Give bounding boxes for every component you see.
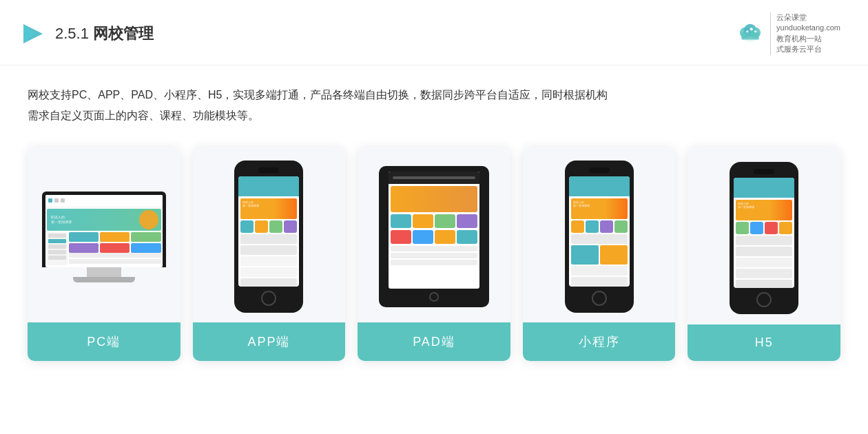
mini-icon-c bbox=[600, 220, 613, 233]
pc-stand bbox=[87, 267, 121, 277]
h5-icons bbox=[736, 222, 792, 234]
miniprogram-phone-screen: 职涯人的第一堂闯课课 bbox=[569, 176, 630, 287]
pc-screen-header-bar bbox=[45, 195, 163, 207]
card-app: 职涯人的第一堂闯课课 bbox=[193, 147, 346, 361]
brand-logo: 云朵课堂 yunduoketang.com 教育机构一站 式服务云平台 bbox=[736, 12, 840, 55]
app-phone-screen: 职涯人的第一堂闯课课 bbox=[238, 176, 299, 287]
pc-course-1 bbox=[69, 232, 99, 242]
mini-icons-row bbox=[240, 220, 297, 233]
card-h5: 职涯人的第一堂闯课课 bbox=[688, 147, 840, 361]
card-pc-image: 职涯人的第一堂闯课课 bbox=[28, 147, 180, 322]
brand-url: yunduoketang.com bbox=[776, 23, 840, 33]
h5-phone-notch bbox=[754, 169, 774, 174]
cards-row: 职涯人的第一堂闯课课 bbox=[28, 147, 840, 361]
card-miniprogram-label: 小程序 bbox=[523, 322, 676, 361]
pc-course-2 bbox=[100, 232, 130, 242]
header-left: 2.5.1 网校管理 bbox=[21, 21, 154, 46]
mini-icon-1 bbox=[240, 220, 254, 233]
h5-card-3 bbox=[736, 258, 792, 267]
card-pc: 职涯人的第一堂闯课课 bbox=[28, 147, 180, 361]
pad-row-2 bbox=[391, 253, 477, 258]
content-area: 网校支持PC、APP、PAD、小程序、H5，实现多端打通，产品各终端自由切换，数… bbox=[0, 65, 868, 375]
card-h5-image: 职涯人的第一堂闯课课 bbox=[688, 147, 840, 324]
mini-icon-2 bbox=[255, 220, 268, 233]
h5-card-1 bbox=[736, 236, 792, 245]
mini-card-1 bbox=[240, 234, 297, 244]
card-pc-label: PC端 bbox=[28, 322, 180, 361]
pad-item-8 bbox=[457, 230, 477, 244]
brand-name: 云朵课堂 bbox=[776, 12, 840, 23]
pc-nav-dot2 bbox=[54, 198, 59, 203]
mini-icon-a bbox=[571, 220, 584, 233]
h5-icon-4 bbox=[779, 222, 792, 234]
mini-card-5 bbox=[240, 278, 297, 287]
pad-item-3 bbox=[435, 214, 455, 228]
phone-notch bbox=[258, 167, 279, 173]
h5-icon-3 bbox=[765, 222, 778, 234]
h5-banner: 职涯人的第一堂闯课课 bbox=[736, 200, 792, 220]
pad-item-6 bbox=[413, 230, 433, 244]
miniprogram-banner: 职涯人的第一堂闯课课 bbox=[571, 198, 628, 219]
pc-content-row bbox=[47, 232, 161, 265]
pad-item-7 bbox=[435, 230, 455, 244]
page-container: 2.5.1 网校管理 云朵课堂 yunduoketang.com bbox=[0, 0, 868, 434]
card-miniprogram-image: 职涯人的第一堂闯课课 bbox=[523, 147, 676, 322]
miniprogram-home-btn bbox=[592, 291, 607, 306]
miniprogram-icons bbox=[571, 220, 628, 233]
phone-home-btn bbox=[261, 291, 276, 306]
pc-courses-grid bbox=[69, 232, 161, 253]
h5-phone-mockup: 职涯人的第一堂闯课课 bbox=[730, 162, 798, 314]
card-pad-image bbox=[358, 147, 510, 322]
pad-screen-content bbox=[389, 172, 479, 289]
header: 2.5.1 网校管理 云朵课堂 yunduoketang.com bbox=[0, 0, 868, 65]
pc-nav-dot3 bbox=[61, 198, 65, 203]
mini-screen-body: 职涯人的第一堂闯课课 bbox=[238, 196, 299, 287]
pc-course-4 bbox=[69, 243, 99, 253]
pad-item-2 bbox=[413, 214, 433, 228]
app-phone-mockup: 职涯人的第一堂闯课课 bbox=[234, 161, 303, 313]
pc-course-3 bbox=[131, 232, 161, 242]
svg-point-8 bbox=[750, 28, 753, 30]
pad-body bbox=[389, 184, 479, 269]
pad-item-5 bbox=[391, 230, 411, 244]
pad-screen bbox=[389, 172, 479, 289]
card-app-image: 职涯人的第一堂闯课课 bbox=[193, 147, 346, 322]
h5-card-5 bbox=[736, 280, 792, 288]
miniprogram-phone-notch bbox=[589, 167, 610, 173]
brand-tagline: 教育机构一站 式服务云平台 bbox=[776, 34, 840, 55]
h5-screen-body: 职涯人的第一堂闯课课 bbox=[734, 198, 794, 288]
pc-screen-outer: 职涯人的第一堂闯课课 bbox=[42, 192, 166, 267]
brand-icon bbox=[736, 21, 765, 47]
mini-card-3 bbox=[240, 256, 297, 266]
mini-banner: 职涯人的第一堂闯课课 bbox=[240, 198, 297, 219]
miniprogram-card-4 bbox=[571, 277, 628, 287]
pad-item-1 bbox=[391, 214, 411, 228]
miniprogram-double-card bbox=[571, 245, 628, 265]
pad-address-bar bbox=[393, 176, 475, 179]
h5-card-2 bbox=[736, 247, 792, 256]
mini-icon-d bbox=[614, 220, 628, 233]
mini-icon-b bbox=[586, 220, 599, 233]
pad-item-4 bbox=[457, 214, 477, 228]
card-app-label: APP端 bbox=[193, 322, 346, 361]
logo-arrow-icon bbox=[21, 21, 45, 46]
pad-row-1 bbox=[391, 246, 477, 251]
pc-main-row-2 bbox=[69, 259, 161, 264]
h5-icon-2 bbox=[750, 222, 763, 234]
miniprogram-screen-body: 职涯人的第一堂闯课课 bbox=[569, 196, 630, 287]
miniprogram-card-3 bbox=[571, 266, 628, 276]
pad-grid-2 bbox=[391, 230, 477, 244]
pc-screen-inner: 职涯人的第一堂闯课课 bbox=[45, 195, 163, 267]
pad-grid bbox=[391, 214, 477, 228]
pc-main bbox=[69, 232, 161, 265]
pc-mockup: 职涯人的第一堂闯课课 bbox=[42, 192, 166, 282]
svg-point-7 bbox=[746, 30, 748, 32]
svg-rect-6 bbox=[741, 32, 758, 39]
miniprogram-screen-header bbox=[569, 176, 630, 196]
pc-sidebar bbox=[47, 232, 68, 265]
card-pad: PAD端 bbox=[358, 147, 510, 361]
pad-mockup bbox=[379, 166, 489, 307]
pad-row-3 bbox=[391, 260, 477, 265]
pc-course-5 bbox=[100, 243, 130, 253]
pc-base bbox=[73, 277, 135, 282]
